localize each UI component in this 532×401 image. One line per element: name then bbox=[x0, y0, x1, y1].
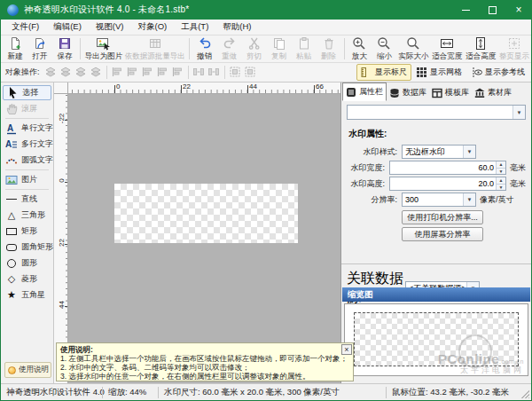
redo-icon bbox=[223, 36, 237, 51]
batch-export-button[interactable]: 依数据源批量导出 bbox=[124, 35, 186, 62]
align-left-icon[interactable] bbox=[111, 66, 124, 79]
maximize-button[interactable] bbox=[479, 0, 505, 20]
tool-rectangle[interactable]: 矩形 bbox=[3, 224, 51, 239]
actual-size-button[interactable]: 实际大小 bbox=[396, 35, 430, 62]
watermark-object[interactable] bbox=[114, 184, 298, 243]
help-box-line-2: 2. 水印中的文字、条码、二维码等对象均可以双击修改； bbox=[60, 363, 349, 372]
spin-down-icon[interactable]: ▼ bbox=[497, 184, 505, 191]
delete-button[interactable]: 删除 bbox=[317, 35, 341, 62]
vertical-ruler: -22 0 22 44 bbox=[54, 94, 68, 383]
spin-down-icon[interactable]: ▼ bbox=[497, 168, 505, 175]
cut-button[interactable]: 剪切 bbox=[242, 35, 267, 62]
minimize-button[interactable] bbox=[452, 0, 479, 20]
use-screen-resolution-button[interactable]: 使用屏幕分辨率 bbox=[402, 227, 483, 241]
close-button[interactable]: × bbox=[505, 0, 532, 20]
watermark-style-select[interactable]: 无边框水印 ▼ bbox=[402, 145, 476, 159]
show-grid-toggle[interactable]: 显示网格 bbox=[411, 64, 466, 81]
object-selector-dropdown[interactable]: ▼ bbox=[347, 105, 526, 120]
tool-star[interactable]: ★ 五角星 bbox=[3, 287, 51, 303]
resolution-value: 300 bbox=[403, 195, 463, 204]
menu-help[interactable]: 帮助(H) bbox=[215, 20, 258, 35]
align-center-icon[interactable] bbox=[126, 66, 139, 79]
resolution-select[interactable]: 300 ▼ bbox=[402, 193, 476, 207]
align-right-icon[interactable] bbox=[141, 66, 154, 79]
ruler-icon bbox=[361, 67, 372, 78]
undo-button[interactable]: 撤销 bbox=[192, 35, 217, 62]
tab-database[interactable]: 数据库 bbox=[387, 84, 429, 101]
tool-rounded-rectangle[interactable]: 圆角矩形 bbox=[3, 240, 51, 255]
menu-object[interactable]: 对象(O) bbox=[130, 20, 174, 35]
resolution-row: 分辨率: 300 ▼ 像素/英寸 bbox=[347, 192, 526, 208]
save-button[interactable]: 保存 bbox=[52, 35, 77, 62]
paste-button[interactable]: 粘贴 bbox=[292, 35, 317, 62]
export-image-button-label: 导出为图片 bbox=[85, 51, 123, 62]
resize-grip[interactable] bbox=[520, 389, 529, 398]
distribute-h-icon[interactable] bbox=[207, 66, 221, 79]
undo-icon bbox=[198, 36, 212, 51]
show-guides-toggle[interactable]: 显示参考线 bbox=[466, 64, 529, 81]
watermark-height-input[interactable] bbox=[390, 177, 496, 190]
copy-button-label: 复制 bbox=[271, 51, 286, 62]
fit-height-button[interactable]: 适合高度 bbox=[464, 35, 497, 62]
show-ruler-toggle[interactable]: 显示标尺 bbox=[356, 64, 411, 81]
align-bottom-icon[interactable] bbox=[192, 66, 206, 79]
copy-button[interactable]: 复制 bbox=[267, 35, 292, 62]
design-canvas[interactable] bbox=[68, 94, 340, 383]
resolution-label: 分辨率: bbox=[347, 194, 402, 206]
tool-select[interactable]: 选择 bbox=[3, 85, 51, 100]
help-box-close-button[interactable]: × bbox=[341, 344, 352, 355]
tool-single-line-text[interactable]: A 单行文字 bbox=[3, 121, 51, 136]
new-file-icon bbox=[8, 36, 22, 51]
tool-image[interactable]: 图片 bbox=[3, 172, 51, 187]
title-bar: 神奇透明水印设计软件 4.0 - 未命名1.stb* × bbox=[0, 0, 532, 20]
tab-materials[interactable]: 素材库 bbox=[472, 84, 514, 101]
tool-pan[interactable]: 滚屏 bbox=[3, 101, 51, 116]
redo-button[interactable]: 重做 bbox=[217, 35, 242, 62]
tool-multi-line-text[interactable]: A 多行文字 bbox=[3, 137, 51, 152]
menu-view[interactable]: 视图(V) bbox=[89, 20, 131, 35]
undo-button-label: 撤销 bbox=[197, 51, 212, 62]
menu-tools[interactable]: 工具(T) bbox=[174, 20, 215, 35]
actual-size-button-label: 实际大小 bbox=[398, 51, 428, 62]
export-image-button[interactable]: 导出为图片 bbox=[83, 35, 124, 62]
send-back-icon[interactable] bbox=[59, 66, 73, 79]
chevron-down-icon: ▼ bbox=[512, 106, 525, 119]
tool-line[interactable]: 直线 bbox=[3, 192, 51, 207]
watermark-height-row: 水印高度: ▲ ▼ 毫米 bbox=[347, 176, 526, 192]
window-controls: × bbox=[452, 0, 532, 20]
tool-rounded-rectangle-label: 圆角矩形 bbox=[21, 241, 53, 253]
bring-front-icon[interactable] bbox=[44, 66, 58, 79]
move-up-layer-icon[interactable] bbox=[74, 66, 88, 79]
same-size-icon[interactable] bbox=[229, 66, 242, 79]
usage-help-button[interactable]: 使用说明 bbox=[4, 362, 51, 378]
fit-width-button-label: 适合宽度 bbox=[432, 51, 462, 62]
move-down-layer-icon[interactable] bbox=[90, 66, 103, 79]
zoom-in-button[interactable]: 放大 bbox=[347, 35, 372, 62]
align-top-icon[interactable] bbox=[156, 66, 169, 79]
help-box-title: 使用说明: bbox=[60, 345, 349, 354]
tool-circle[interactable]: 圆形 bbox=[3, 256, 51, 271]
fit-width-button[interactable]: 适合宽度 bbox=[430, 35, 464, 62]
open-button[interactable]: 打开 bbox=[27, 35, 52, 62]
watermark-width-input[interactable] bbox=[390, 161, 496, 174]
h-ruler-label-44: 44 bbox=[249, 83, 257, 90]
app-window: 神奇透明水印设计软件 4.0 - 未命名1.stb* × 文件(F) 编辑(E)… bbox=[0, 0, 532, 401]
h-ruler-label-22: 22 bbox=[183, 83, 191, 90]
tool-triangle[interactable]: △ 三角形 bbox=[3, 208, 51, 223]
circle-icon bbox=[4, 259, 19, 268]
align-middle-icon[interactable] bbox=[171, 66, 184, 79]
use-printer-resolution-button[interactable]: 使用打印机分辨率... bbox=[402, 210, 483, 224]
tab-properties[interactable]: 属性栏 bbox=[342, 83, 387, 101]
new-button[interactable]: 新建 bbox=[3, 35, 27, 62]
menu-edit[interactable]: 编辑(E) bbox=[46, 20, 89, 35]
menu-bar: 文件(F) 编辑(E) 视图(V) 对象(O) 工具(T) 帮助(H) bbox=[1, 20, 531, 35]
zoom-out-button[interactable]: 缩小 bbox=[372, 35, 396, 62]
whole-page-button[interactable]: 整页显示 bbox=[497, 35, 531, 62]
tool-diamond[interactable]: ◇ 菱形 bbox=[3, 271, 51, 287]
group-icon[interactable] bbox=[244, 66, 257, 79]
toolbar-separator bbox=[188, 66, 189, 79]
tab-templates[interactable]: 模板库 bbox=[429, 84, 472, 101]
tool-arc-text[interactable]: 圆弧文字 bbox=[3, 153, 51, 168]
status-zoom: 缩放: 44% bbox=[103, 387, 158, 398]
menu-file[interactable]: 文件(F) bbox=[4, 20, 46, 35]
